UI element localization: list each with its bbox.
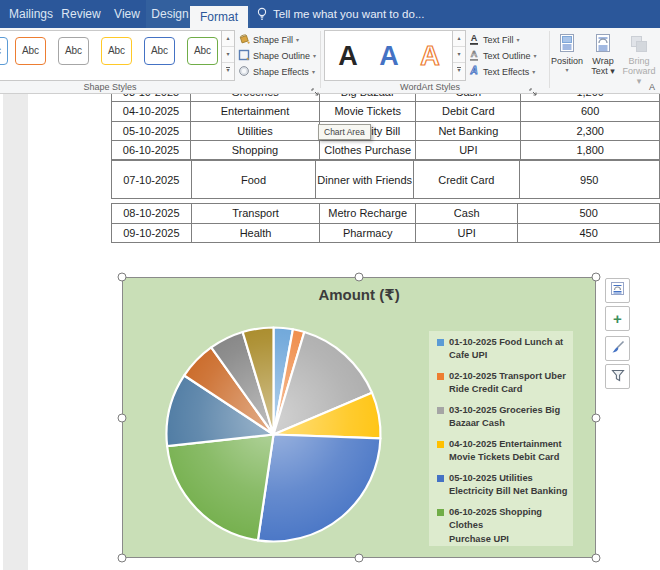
tell-me-box[interactable]: Tell me what you want to do... [273,0,425,28]
gallery-down-icon[interactable]: ▾ [222,47,234,63]
legend-item[interactable]: 03-10-2025 Groceries BigBazaar Cash [437,404,571,431]
pie-slice[interactable] [167,435,273,541]
cell-payment[interactable]: Credit Card [414,161,520,199]
gallery-up-icon[interactable]: ▴ [453,31,465,47]
cell-category[interactable]: Entertainment [190,102,319,121]
shape-style-preset[interactable]: Abc [187,37,218,65]
shape-style-preset[interactable]: Abc [58,37,89,65]
shape-fill-button[interactable]: Shape Fill▾ [238,32,316,47]
tab-bar: MailingsReviewViewDesignFormat Tell me w… [0,0,660,28]
wordart-gallery-scroll[interactable]: ▴ ▾ ▾ [452,30,466,81]
legend-marker [437,509,444,516]
cell-payment[interactable]: Cash [416,204,518,224]
gallery-more-icon[interactable]: ▾ [453,63,465,78]
shape-outline-button[interactable]: Shape Outline▾ [238,48,316,63]
shape-gallery-scroll[interactable]: ▴ ▾ ▾ [221,30,235,81]
table-row[interactable]: 07-10-2025FoodDinner with FriendsCredit … [112,161,660,199]
cell-category[interactable]: Utilities [190,121,319,140]
cell-category[interactable]: Transport [191,204,320,224]
text-fill-button[interactable]: AText Fill▾ [468,32,537,47]
cell-date[interactable]: 07-10-2025 [112,161,192,199]
dialog-launcher-icon[interactable] [529,83,538,92]
tab-design[interactable]: Design [148,0,192,28]
cell-amount[interactable]: 500 [518,204,660,224]
cell-date[interactable]: 04-10-2025 [112,102,191,121]
resize-handle[interactable] [355,273,364,282]
shape-style-preset[interactable]: Abc [0,37,8,65]
chart-filters-button[interactable] [605,364,630,389]
cell-description[interactable]: Movie Tickets [320,102,416,121]
chart-legend[interactable]: 01-10-2025 Food Lunch atCafe UPI02-10-20… [429,331,573,546]
position-button[interactable]: Position ▾ [549,31,585,91]
cell-payment[interactable]: Debit Card [416,102,521,121]
legend-item[interactable]: 04-10-2025 EntertainmentMovie Tickets De… [437,438,571,465]
chart-elements-button[interactable]: + [605,306,630,331]
wordart-style-preset[interactable]: A [331,33,365,79]
legend-item[interactable]: 05-10-2025 UtilitiesElectricity Bill Net… [437,472,571,499]
table-row[interactable]: 09-10-2025HealthPharmacyUPI450 [112,223,660,243]
chart-object[interactable]: Amount (₹) 01-10-2025 Food Lunch atCafe … [122,277,596,558]
table-row[interactable]: 06-10-2025ShoppingClothes PurchaseUPI1,8… [112,140,660,159]
shape-style-preset[interactable]: Abc [101,37,132,65]
wordart-style-preset[interactable]: A [372,33,406,79]
wrap-text-button[interactable]: Wrap Text ▾ [585,31,621,91]
cell-date[interactable]: 08-10-2025 [112,204,192,224]
text-effects-button[interactable]: AText Effects▾ [468,64,537,79]
cell-category[interactable]: Food [191,161,316,199]
cell-date[interactable]: 05-10-2025 [112,121,191,140]
dialog-launcher-icon[interactable] [311,83,320,92]
lightbulb-icon [256,7,268,25]
cell-date[interactable]: 06-10-2025 [112,140,191,159]
shape-style-preset[interactable]: Abc [144,37,175,65]
svg-text:A: A [471,33,478,43]
resize-handle[interactable] [592,554,601,563]
cell-amount[interactable]: 450 [518,223,660,243]
text-outline-button[interactable]: AText Outline▾ [468,48,537,63]
legend-item[interactable]: 06-10-2025 Shopping ClothesPurchase UPI [437,506,571,546]
gallery-up-icon[interactable]: ▴ [222,31,234,47]
gallery-more-icon[interactable]: ▾ [222,63,234,78]
cell-amount[interactable]: 600 [521,102,660,121]
resize-handle[interactable] [592,273,601,282]
pie-chart[interactable] [167,328,381,542]
gallery-down-icon[interactable]: ▾ [453,47,465,63]
button-label: Text Outline [483,51,531,61]
table-row[interactable]: 04-10-2025EntertainmentMovie TicketsDebi… [112,102,660,121]
cell-description[interactable]: Clothes Purchase [320,140,416,159]
shape-effects-button[interactable]: Shape Effects▾ [238,64,316,79]
tab-review[interactable]: Review [58,0,104,28]
cell-amount[interactable]: 950 [519,161,659,199]
layout-options-button[interactable] [605,278,630,303]
cell-description[interactable]: Metro Recharge [320,204,416,224]
cell-payment[interactable]: UPI [416,223,518,243]
tab-view[interactable]: View [108,0,146,28]
shape-style-preset[interactable]: Abc [15,37,46,65]
chart-styles-button[interactable] [605,336,630,361]
resize-handle[interactable] [355,554,364,563]
legend-item[interactable]: 01-10-2025 Food Lunch atCafe UPI [437,336,571,363]
cell-description[interactable]: Pharmacy [320,223,416,243]
resize-handle[interactable] [118,413,127,422]
tab-mailings[interactable]: Mailings [8,0,54,28]
resize-handle[interactable] [118,273,127,282]
cell-payment[interactable]: Net Banking [416,121,521,140]
ribbon: AbcAbcAbcAbcAbcAbc ▴ ▾ ▾ Shape Fill▾Shap… [0,28,660,94]
resize-handle[interactable] [118,554,127,563]
button-label: Shape Outline [253,51,310,61]
chart-title[interactable]: Amount (₹) [123,286,595,304]
cell-category[interactable]: Health [191,223,320,243]
legend-item[interactable]: 02-10-2025 Transport UberRide Credit Car… [437,370,571,397]
wordart-style-preset[interactable]: A [413,33,447,79]
cell-date[interactable]: 09-10-2025 [112,223,192,243]
cell-category[interactable]: Shopping [190,140,319,159]
cell-description[interactable]: Dinner with Friends [316,161,414,199]
resize-handle[interactable] [592,413,601,422]
bring-forward-label: Bring [628,56,649,66]
pie-slice[interactable] [258,435,381,542]
cell-amount[interactable]: 1,800 [521,140,660,159]
table-row[interactable]: 05-10-2025UtilitiesElectricity BillNet B… [112,121,660,140]
table-row[interactable]: 08-10-2025TransportMetro RechargeCash500 [112,204,660,224]
cell-amount[interactable]: 2,300 [521,121,660,140]
cell-payment[interactable]: UPI [416,140,521,159]
tab-format[interactable]: Format [190,6,248,28]
